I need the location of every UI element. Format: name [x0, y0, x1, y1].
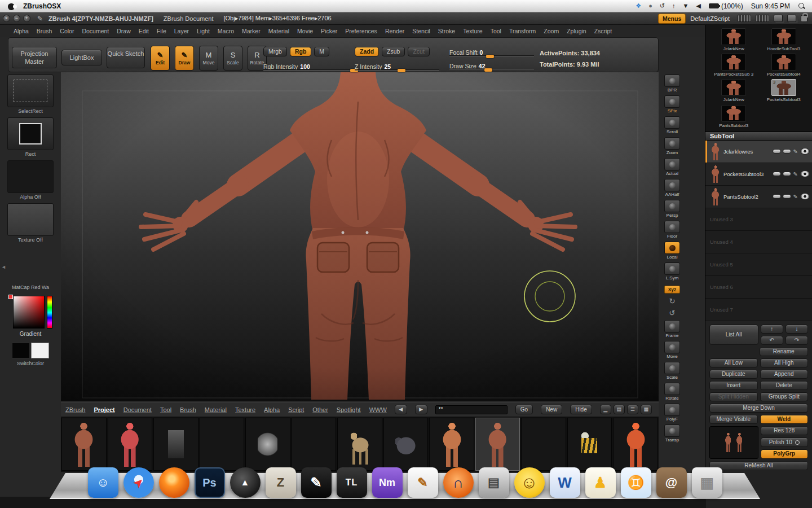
- bpr-button[interactable]: BPR: [664, 75, 680, 93]
- menu-item[interactable]: Zplugin: [567, 28, 586, 34]
- menu-item[interactable]: Preferences: [345, 28, 377, 34]
- menu-item[interactable]: Brush: [37, 28, 52, 34]
- lock-icon[interactable]: [801, 15, 807, 22]
- insert-button[interactable]: Insert: [709, 381, 758, 390]
- menu-item[interactable]: Tool: [491, 28, 501, 34]
- lightbox-tab[interactable]: Texture: [235, 406, 255, 413]
- spotlight-search-icon[interactable]: [798, 2, 805, 10]
- actual-button[interactable]: Actual: [664, 158, 680, 176]
- updates-icon[interactable]: ↑: [672, 3, 676, 9]
- visibility-eye-icon[interactable]: [800, 193, 810, 200]
- spix-button[interactable]: SPix: [664, 95, 680, 113]
- gradient-label[interactable]: Gradient: [8, 331, 52, 337]
- tool-thumbnail[interactable]: PocketsSubtool4: [759, 52, 809, 78]
- view-thumbs-icon[interactable]: ▤: [614, 405, 625, 414]
- move-up-button[interactable]: ↑: [761, 325, 783, 334]
- tool-thumbnail[interactable]: HoodleSubTool3: [759, 27, 809, 52]
- menu-item[interactable]: Stroke: [438, 28, 455, 34]
- subtool-row[interactable]: Unused 6 ✎: [705, 276, 812, 299]
- lightbox-button[interactable]: LightBox: [61, 50, 102, 65]
- lightbox-search-input[interactable]: [435, 405, 508, 414]
- persp-button[interactable]: Persp: [664, 200, 680, 218]
- menu-item[interactable]: Stencil: [412, 28, 430, 34]
- hide-button[interactable]: Hide: [570, 405, 592, 414]
- safari-icon[interactable]: ➤: [123, 467, 154, 498]
- xyz-button[interactable]: Xyz: [664, 283, 681, 294]
- menu-item[interactable]: Macro: [218, 28, 234, 34]
- menubar-clock[interactable]: Sun 9:45 PM: [751, 2, 790, 10]
- printer-icon[interactable]: ▤: [479, 467, 509, 498]
- edit-mode-button[interactable]: ✎ Edit: [151, 46, 170, 71]
- active-app-name[interactable]: ZBrushOSX: [23, 2, 61, 10]
- go-button[interactable]: Go: [515, 405, 533, 414]
- displaylink-icon[interactable]: ❖: [636, 3, 641, 9]
- zcut-button[interactable]: Zcut: [408, 47, 429, 56]
- visibility-eye-icon[interactable]: [800, 170, 810, 177]
- aahalf-button[interactable]: AAHalf: [664, 179, 680, 197]
- zbrush-icon[interactable]: Z: [266, 467, 296, 498]
- texture-off-button[interactable]: [7, 203, 54, 236]
- addressbook-icon[interactable]: @: [656, 467, 687, 498]
- zsub-button[interactable]: Zsub: [382, 47, 405, 56]
- slider-nub[interactable]: [398, 69, 405, 72]
- sliders-icon[interactable]: [738, 15, 751, 22]
- polygrp-button[interactable]: PolyGrp: [761, 449, 809, 459]
- rgb-intensity-slider[interactable]: Rgb Intensity100: [263, 61, 358, 70]
- lightbox-tab[interactable]: Other: [312, 406, 328, 413]
- scroll-button[interactable]: Scroll: [664, 116, 680, 134]
- main-color-swatch[interactable]: [12, 343, 30, 358]
- tray-prev-button[interactable]: ◀: [395, 405, 407, 414]
- brush-rect-button[interactable]: [7, 117, 54, 150]
- menus-button[interactable]: Menus: [658, 14, 686, 24]
- wifi-icon[interactable]: ▼: [683, 3, 689, 9]
- photoshop-icon[interactable]: Ps: [195, 467, 225, 498]
- lightbox-tab[interactable]: Tool: [160, 406, 171, 413]
- default-zscript-label[interactable]: DefaultZScript: [690, 15, 730, 22]
- menu-item[interactable]: Zscript: [594, 28, 612, 34]
- document-canvas[interactable]: [61, 72, 659, 401]
- saturation-value-square[interactable]: [13, 296, 45, 329]
- tl-app-icon[interactable]: TL: [337, 467, 367, 498]
- z-intensity-slider[interactable]: Z Intensity25: [355, 61, 439, 70]
- visibility-eye-icon[interactable]: [800, 148, 810, 155]
- subtool-row[interactable]: PocketsSubtool3 ✎: [705, 163, 812, 186]
- duplicate-button[interactable]: Duplicate: [709, 370, 758, 379]
- lightbox-tab[interactable]: ZBrush: [65, 406, 85, 413]
- draw-size-slider[interactable]: Draw Size42: [449, 60, 534, 69]
- subtool-toggles[interactable]: [773, 172, 791, 176]
- tool-thumbnail[interactable]: JclarkNew: [709, 27, 759, 52]
- menu-item[interactable]: Marker: [242, 28, 261, 34]
- universal-access-icon[interactable]: ●: [648, 3, 652, 9]
- menu-item[interactable]: Transform: [509, 28, 536, 34]
- menu-item[interactable]: Layer: [174, 28, 189, 34]
- list-all-button[interactable]: List All: [709, 325, 758, 345]
- messenger-icon[interactable]: ♊: [621, 467, 651, 498]
- apple-menu-icon[interactable]: [8, 2, 15, 10]
- lightbox-tab[interactable]: WWW: [369, 406, 387, 413]
- subtool-row[interactable]: Unused 7 ✎: [705, 299, 812, 321]
- sliders-icon-2[interactable]: [756, 15, 769, 22]
- lightbox-tab[interactable]: Material: [205, 406, 227, 413]
- zadd-button[interactable]: Zadd: [355, 47, 379, 56]
- subtool-row[interactable]: Unused 5 ✎: [705, 253, 812, 276]
- rotate-ccw-button[interactable]: ↺: [669, 308, 676, 317]
- rename-button[interactable]: Rename: [760, 347, 809, 356]
- frame-button[interactable]: Frame: [664, 320, 680, 338]
- subtool-row[interactable]: Jclarklowres ✎: [705, 141, 812, 163]
- menu-item[interactable]: Color: [60, 28, 74, 34]
- copy-config-icon[interactable]: [774, 15, 783, 22]
- notes-app-icon[interactable]: ✎: [408, 467, 438, 498]
- view-grid-icon[interactable]: ▦: [641, 405, 652, 414]
- audacity-icon[interactable]: ∩: [443, 467, 474, 498]
- local-button[interactable]: Local: [664, 242, 680, 260]
- tool-thumbnail[interactable]: PantsPocketsSub 3: [709, 52, 759, 78]
- rotate-view-button[interactable]: Rotate: [664, 383, 680, 401]
- merge-visible-button[interactable]: Merge Visible: [709, 415, 758, 424]
- color-picker[interactable]: [8, 295, 52, 330]
- new-button[interactable]: New: [541, 405, 562, 414]
- tool-thumbnail[interactable]: JclarkNew: [709, 78, 759, 103]
- subtool-header[interactable]: SubTool: [705, 132, 812, 141]
- paste-config-icon[interactable]: [787, 15, 796, 22]
- lightbox-tab[interactable]: Script: [288, 406, 304, 413]
- firefox-icon[interactable]: [159, 467, 189, 498]
